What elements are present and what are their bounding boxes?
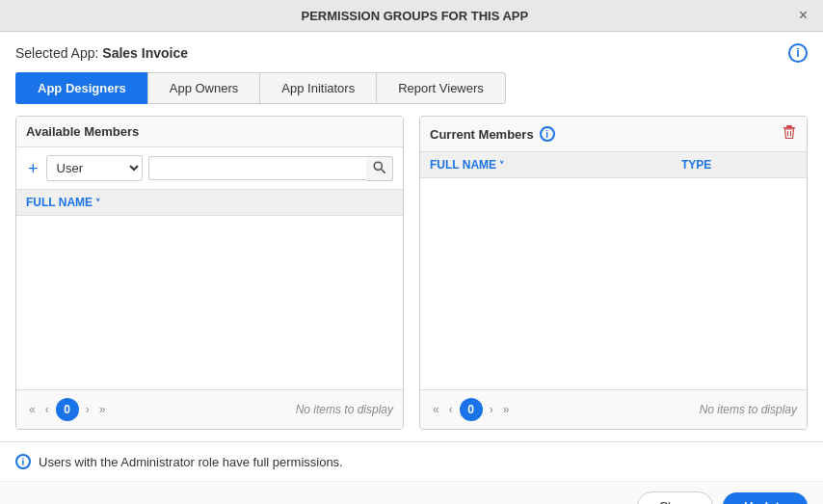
permission-groups-modal: PERMISSION GROUPS FOR THIS APP × Selecte… bbox=[0, 0, 823, 504]
close-icon[interactable]: × bbox=[797, 8, 810, 23]
available-members-header: Available Members bbox=[16, 117, 403, 147]
update-button[interactable]: Update bbox=[723, 492, 808, 504]
svg-rect-3 bbox=[783, 127, 795, 129]
current-next-page-button[interactable]: › bbox=[487, 401, 496, 418]
svg-rect-2 bbox=[786, 125, 792, 127]
available-pagination: « ‹ 0 › » bbox=[26, 398, 108, 421]
available-members-list bbox=[16, 216, 403, 389]
selected-app: Selected App: Sales Invoice bbox=[15, 45, 188, 61]
last-page-button[interactable]: » bbox=[96, 401, 109, 418]
current-members-info-icon[interactable]: i bbox=[540, 126, 555, 142]
next-page-button[interactable]: › bbox=[83, 401, 93, 418]
prev-page-button[interactable]: ‹ bbox=[42, 401, 52, 418]
trash-icon bbox=[782, 124, 797, 140]
available-col-header: FULL NAME ˅ bbox=[16, 190, 403, 216]
info-row: i Users with the Administrator role have… bbox=[0, 441, 823, 481]
tab-report-viewers[interactable]: Report Viewers bbox=[376, 72, 506, 104]
current-first-page-button[interactable]: « bbox=[430, 401, 442, 418]
available-members-panel: Available Members + User Group Role bbox=[15, 116, 404, 430]
delete-member-button[interactable] bbox=[782, 124, 797, 144]
tab-bar: App Designers App Owners App Initiators … bbox=[15, 72, 808, 104]
selected-app-value: Sales Invoice bbox=[102, 45, 188, 61]
add-member-button[interactable]: + bbox=[26, 160, 40, 177]
current-members-list bbox=[420, 178, 807, 389]
current-type-col[interactable]: TYPE bbox=[681, 158, 797, 172]
current-members-footer: « ‹ 0 › » No items to display bbox=[420, 389, 807, 429]
first-page-button[interactable]: « bbox=[26, 401, 39, 418]
sort-icon: ˅ bbox=[95, 198, 100, 208]
current-members-header: Current Members i bbox=[420, 117, 807, 152]
available-members-controls: + User Group Role bbox=[16, 147, 403, 190]
search-input[interactable] bbox=[148, 156, 366, 180]
modal-footer: Close Update bbox=[0, 481, 823, 504]
current-members-title: Current Members bbox=[430, 127, 534, 142]
panels-row: Available Members + User Group Role bbox=[15, 116, 808, 430]
tab-app-owners[interactable]: App Owners bbox=[147, 72, 260, 104]
selected-app-label: Selected App: bbox=[15, 45, 98, 61]
current-prev-page-button[interactable]: ‹ bbox=[446, 401, 456, 418]
current-pagination: « ‹ 0 › » bbox=[430, 398, 512, 421]
current-no-items: No items to display bbox=[700, 403, 797, 416]
current-members-panel: Current Members i bbox=[419, 116, 808, 430]
search-wrap bbox=[148, 156, 393, 181]
current-col-header: FULL NAME ˅ TYPE bbox=[420, 152, 807, 178]
app-info-row: Selected App: Sales Invoice i bbox=[15, 43, 808, 63]
page-number: 0 bbox=[56, 398, 79, 421]
modal-body: Selected App: Sales Invoice i App Design… bbox=[0, 32, 823, 441]
modal-title: PERMISSION GROUPS FOR THIS APP bbox=[33, 9, 797, 23]
app-info-icon[interactable]: i bbox=[788, 43, 808, 63]
current-sort-icon: ˅ bbox=[499, 160, 504, 171]
tab-app-designers[interactable]: App Designers bbox=[15, 72, 147, 104]
search-button[interactable] bbox=[366, 156, 393, 181]
user-type-select[interactable]: User Group Role bbox=[46, 155, 143, 181]
current-last-page-button[interactable]: » bbox=[500, 401, 513, 418]
footer-info-icon: i bbox=[15, 454, 31, 469]
info-row-text: Users with the Administrator role have f… bbox=[39, 455, 343, 469]
svg-line-1 bbox=[382, 169, 385, 172]
current-page-number: 0 bbox=[460, 398, 483, 421]
available-members-title: Available Members bbox=[26, 124, 139, 139]
available-members-footer: « ‹ 0 › » No items to display bbox=[16, 389, 403, 429]
current-fullname-col[interactable]: FULL NAME ˅ bbox=[430, 158, 672, 172]
available-no-items: No items to display bbox=[296, 403, 393, 416]
available-fullname-col[interactable]: FULL NAME ˅ bbox=[26, 196, 100, 209]
modal-header: PERMISSION GROUPS FOR THIS APP × bbox=[0, 0, 823, 32]
tab-app-initiators[interactable]: App Initiators bbox=[259, 72, 376, 104]
close-button[interactable]: Close bbox=[637, 491, 713, 504]
search-icon bbox=[373, 161, 385, 173]
